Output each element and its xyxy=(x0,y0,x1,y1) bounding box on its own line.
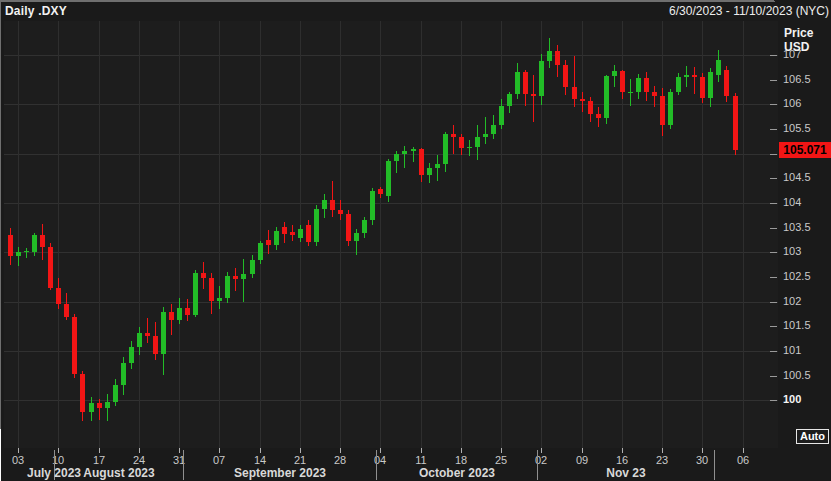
candle-down xyxy=(459,137,464,148)
time-axis-tick xyxy=(58,448,59,453)
month-divider xyxy=(376,450,377,480)
time-axis-day-label: 04 xyxy=(374,454,386,466)
time-axis-day-label: 25 xyxy=(495,454,507,466)
time-axis-day-label: 31 xyxy=(173,454,185,466)
price-axis-title-line1: Price xyxy=(784,26,813,40)
candle-down xyxy=(40,235,45,248)
price-axis-label: 102 xyxy=(783,295,801,307)
candle-up xyxy=(137,333,142,348)
time-axis-tick xyxy=(662,448,663,453)
candle-down xyxy=(580,99,585,101)
candle-up xyxy=(708,72,713,99)
candle-up xyxy=(193,273,198,315)
price-axis-label: 104 xyxy=(783,196,801,208)
chart-title: Daily .DXY xyxy=(5,4,67,18)
candle-up xyxy=(161,312,166,354)
candle-down xyxy=(523,72,528,94)
candle-down xyxy=(72,317,77,374)
candle-up xyxy=(370,191,375,220)
candle-down xyxy=(266,240,271,244)
time-axis-tick xyxy=(139,448,140,453)
chart-window: Daily .DXY 6/30/2023 - 11/10/2023 (NYC) … xyxy=(0,0,831,481)
candle-up xyxy=(475,137,480,146)
candle-wick xyxy=(533,75,534,122)
candle-up xyxy=(604,76,609,118)
candle-up xyxy=(402,151,407,154)
candle-down xyxy=(64,304,69,317)
candle-up xyxy=(129,347,134,363)
candle-up xyxy=(113,385,118,401)
last-price-badge: 105.071 xyxy=(779,142,831,158)
price-axis-title: Price USD xyxy=(784,26,813,54)
candle-up xyxy=(121,363,126,385)
candle-up xyxy=(241,274,246,278)
time-axis-tick xyxy=(501,448,502,453)
candle-up xyxy=(507,94,512,106)
v-gridline xyxy=(662,21,663,448)
candle-down xyxy=(419,149,424,175)
time-axis-month-label: July 2023 xyxy=(27,466,81,480)
plot-frame xyxy=(0,2,1,429)
time-axis-tick xyxy=(380,448,381,453)
plot-frame xyxy=(0,429,1,481)
time-axis-tick xyxy=(702,448,703,453)
plot-frame xyxy=(0,0,774,1)
candle-down xyxy=(644,78,649,92)
candle-down xyxy=(588,101,593,114)
time-axis-tick xyxy=(743,448,744,453)
candle-down xyxy=(338,210,343,213)
v-gridline xyxy=(743,21,744,448)
time-axis-day-label: 14 xyxy=(254,454,266,466)
v-gridline xyxy=(219,21,220,448)
candle-up xyxy=(32,235,37,253)
time-axis-day-label: 11 xyxy=(415,454,426,466)
candle-up xyxy=(411,149,416,151)
time-axis-tick xyxy=(300,448,301,453)
auto-scale-button[interactable]: Auto xyxy=(796,429,829,444)
time-axis-month-label: Nov 23 xyxy=(606,466,645,480)
time-axis-tick xyxy=(582,448,583,453)
candle-wick xyxy=(243,259,244,302)
candle-up xyxy=(362,220,367,232)
time-axis-day-label: 06 xyxy=(737,454,749,466)
candle-up xyxy=(491,125,496,134)
candle-down xyxy=(153,336,158,354)
time-axis-day-label: 07 xyxy=(213,454,225,466)
candle-up xyxy=(386,161,391,196)
month-divider xyxy=(183,450,184,480)
time-axis-day-label: 24 xyxy=(133,454,145,466)
candle-wick xyxy=(147,318,148,344)
candle-down xyxy=(185,308,190,315)
candle-up xyxy=(676,77,681,91)
candle-down xyxy=(97,403,102,408)
time-axis-day-label: 23 xyxy=(656,454,668,466)
candlestick-plot-area[interactable] xyxy=(4,21,778,448)
month-divider xyxy=(714,450,715,480)
candle-up xyxy=(177,308,182,320)
time-axis-tick xyxy=(541,448,542,453)
candle-up xyxy=(217,298,222,301)
time-axis-day-label: 21 xyxy=(294,454,306,466)
time-axis-tick xyxy=(18,448,19,453)
candle-up xyxy=(539,61,544,96)
candle-down xyxy=(451,134,456,137)
candle-up xyxy=(435,164,440,168)
candle-up xyxy=(394,154,399,161)
time-axis-month-label: September 2023 xyxy=(234,466,326,480)
candle-up xyxy=(274,231,279,245)
price-axis-label: 101 xyxy=(783,344,801,356)
time-axis-day-label: 03 xyxy=(12,454,24,466)
v-gridline xyxy=(340,21,341,448)
candle-down xyxy=(209,278,214,301)
candle-up xyxy=(16,252,21,256)
v-gridline xyxy=(99,21,100,448)
candle-down xyxy=(80,374,85,411)
v-gridline xyxy=(380,21,381,448)
candle-up xyxy=(668,92,673,126)
price-axis-label: 101.5 xyxy=(783,319,811,331)
candle-down xyxy=(531,94,536,96)
candle-wick xyxy=(485,117,486,144)
candle-down xyxy=(733,96,738,150)
time-axis-tick xyxy=(179,448,180,453)
candle-up xyxy=(515,72,520,94)
